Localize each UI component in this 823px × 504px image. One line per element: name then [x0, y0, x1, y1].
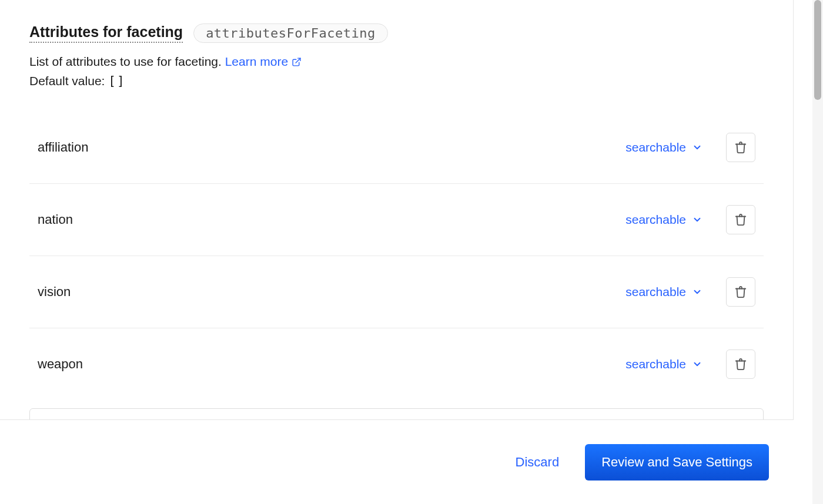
chevron-down-icon [692, 359, 702, 369]
chevron-down-icon [692, 287, 702, 297]
delete-button[interactable] [726, 133, 755, 162]
delete-button[interactable] [726, 205, 755, 234]
mode-dropdown[interactable]: searchable [625, 140, 702, 154]
api-param-name: attributesForFaceting [193, 23, 388, 43]
mode-label: searchable [625, 140, 686, 154]
learn-more-label: Learn more [225, 52, 288, 72]
attribute-name: weapon [38, 357, 625, 372]
section-title[interactable]: Attributes for faceting [29, 23, 183, 43]
attribute-name: affiliation [38, 140, 625, 155]
discard-button[interactable]: Discard [516, 455, 560, 470]
mode-label: searchable [625, 213, 686, 227]
attribute-row: weapon searchable [29, 328, 764, 400]
review-save-button[interactable]: Review and Save Settings [585, 444, 769, 481]
attribute-row: vision searchable [29, 256, 764, 328]
mode-label: searchable [625, 357, 686, 371]
attribute-row: nation searchable [29, 184, 764, 256]
trash-icon [734, 141, 747, 154]
chevron-down-icon [692, 214, 702, 225]
description-text: List of attributes to use for faceting. [29, 55, 222, 68]
default-value-label: Default value: [29, 74, 105, 88]
default-value-literal: [] [108, 74, 125, 88]
attribute-name: nation [38, 212, 625, 227]
footer-bar: Discard Review and Save Settings [0, 419, 794, 504]
mode-dropdown[interactable]: searchable [625, 285, 702, 299]
trash-icon [734, 213, 747, 226]
scrollbar-track[interactable] [812, 0, 823, 504]
default-value: Default value: [] [29, 74, 764, 88]
trash-icon [734, 285, 747, 298]
section-description: List of attributes to use for faceting. … [29, 52, 764, 72]
attribute-row: affiliation searchable [29, 112, 764, 184]
attribute-list: affiliation searchable nation searchable [29, 112, 764, 400]
delete-button[interactable] [726, 350, 755, 379]
delete-button[interactable] [726, 277, 755, 307]
mode-label: searchable [625, 285, 686, 299]
svg-line-0 [296, 58, 300, 63]
attribute-name: vision [38, 284, 625, 300]
scrollbar-thumb[interactable] [814, 0, 821, 100]
mode-dropdown[interactable]: searchable [625, 213, 702, 227]
mode-dropdown[interactable]: searchable [625, 357, 702, 371]
external-link-icon [292, 57, 302, 67]
trash-icon [734, 358, 747, 371]
chevron-down-icon [692, 142, 702, 153]
learn-more-link[interactable]: Learn more [225, 52, 302, 72]
